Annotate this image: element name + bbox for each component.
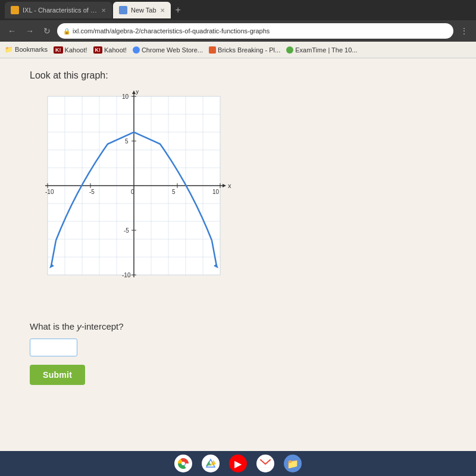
new-tab-button[interactable]: + [172,5,184,15]
forward-button[interactable]: → [23,25,37,37]
svg-point-28 [181,462,185,465]
bookmark-examtime[interactable]: ExamTime | The 10... [286,46,357,54]
bookmark-label-bricks: Bricks Breaking - Pl... [218,46,280,54]
y-label-neg5: -5 [124,227,129,234]
lock-icon: 🔒 [63,28,70,35]
bookmark-label-chromewebstore: Chrome Web Store... [142,46,203,54]
y-label-10: 10 [122,93,129,100]
bookmark-bookmarks[interactable]: 📁 Bookmarks [5,46,48,54]
taskbar: ▶ 📁 [0,451,476,476]
y-axis-label: y [136,90,139,95]
bookmark-favicon-kahoot2: K! [93,46,103,54]
bookmark-favicon-kahoot1: K! [54,46,63,54]
reload-button[interactable]: ↻ [40,25,54,37]
bookmark-bricks[interactable]: Bricks Breaking - Pl... [209,46,280,54]
coordinate-graph: x y -10 -5 0 5 10 10 5 -5 -10 [30,90,232,305]
bookmark-kahoot1[interactable]: K! Kahoot! [54,46,87,54]
x-label-neg5: -5 [89,189,95,195]
bookmark-favicon-chromewebstore [133,46,140,54]
x-label-0: 0 [131,189,134,195]
submit-button[interactable]: Submit [30,365,85,385]
taskbar-youtube-icon[interactable]: ▶ [229,455,247,472]
tab-newtab[interactable]: New Tab ✕ [113,2,171,18]
y-intercept-question: What is the y-intercept? [30,321,446,331]
address-text: ixl.com/math/algebra-2/characteristics-o… [73,27,270,35]
bookmark-label-kahoot1: Kahoot! [65,46,87,54]
bookmark-kahoot2[interactable]: K! Kahoot! [93,46,127,54]
bookmark-label-kahoot2: Kahoot! [104,46,127,54]
files-folder-icon: 📁 [287,458,299,469]
taskbar-gmail-icon[interactable] [256,455,274,472]
tab-favicon-newtab [119,6,127,14]
answer-input[interactable] [30,339,77,356]
address-bar[interactable]: 🔒 ixl.com/math/algebra-2/characteristics… [57,23,453,39]
youtube-play-icon: ▶ [234,458,242,469]
y-label-neg10: -10 [122,272,131,278]
bookmarks-bar: 📁 Bookmarks K! Kahoot! K! Kahoot! Chrome… [0,42,476,58]
menu-button[interactable]: ⋮ [457,25,471,37]
bookmark-chromewebstore[interactable]: Chrome Web Store... [133,46,203,54]
graph-container: x y -10 -5 0 5 10 10 5 -5 -10 [30,90,232,305]
svg-marker-30 [206,461,211,466]
bookmark-label-bookmarks: 📁 Bookmarks [5,46,48,54]
taskbar-chrome-icon[interactable] [174,455,192,472]
bookmark-label-examtime: ExamTime | The 10... [295,46,357,54]
bookmark-favicon-examtime [286,46,293,54]
x-label-neg10: -10 [45,189,54,195]
bookmark-favicon-bricks [209,46,216,54]
taskbar-files-icon[interactable]: 📁 [284,455,302,472]
page-content: Look at this graph: [0,58,476,463]
tab-close-newtab[interactable]: ✕ [160,7,165,14]
tab-label-newtab: New Tab [131,7,156,14]
back-button[interactable]: ← [5,25,19,37]
x-label-10: 10 [212,189,220,195]
tab-bar: IXL - Characteristics of quadratic... ✕ … [0,0,476,20]
y-label-5: 5 [125,138,129,145]
tab-ixl[interactable]: IXL - Characteristics of quadratic... ✕ [5,2,112,18]
x-label-5: 5 [172,189,176,195]
tab-label-ixl: IXL - Characteristics of quadratic... [23,7,98,14]
y-intercept-em: y [77,321,82,331]
x-axis-label: x [228,182,231,189]
tab-favicon-ixl [11,6,19,14]
address-bar-row: ← → ↻ 🔒 ixl.com/math/algebra-2/character… [0,20,476,42]
taskbar-drive-icon[interactable] [202,455,220,472]
browser-chrome: IXL - Characteristics of quadratic... ✕ … [0,0,476,58]
x-axis-arrow [223,184,226,187]
tab-close-ixl[interactable]: ✕ [101,7,106,14]
question-text: Look at this graph: [30,70,446,81]
